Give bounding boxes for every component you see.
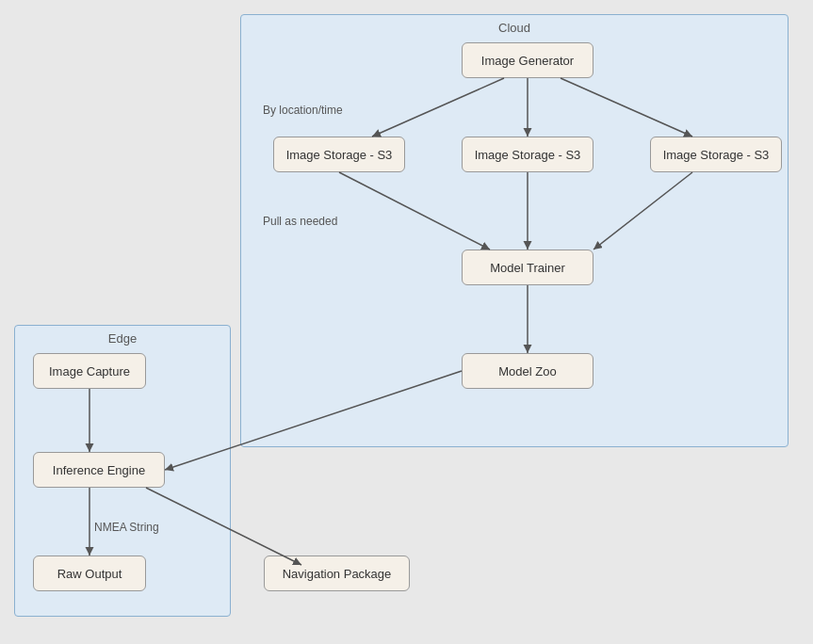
nmea-string-label: NMEA String [94,521,159,534]
edge-label: Edge [108,331,137,346]
pull-as-needed-label: Pull as needed [263,215,337,228]
image-capture-node: Image Capture [33,353,146,389]
model-zoo-node: Model Zoo [462,353,593,389]
diagram: Cloud Edge Image Generator Image Storage… [0,0,813,644]
raw-output-node: Raw Output [33,555,146,591]
by-location-time-label: By location/time [263,104,343,117]
cloud-label: Cloud [498,21,530,35]
image-storage-3-node: Image Storage - S3 [650,137,782,172]
model-trainer-node: Model Trainer [462,250,593,285]
image-storage-1-node: Image Storage - S3 [273,137,405,172]
image-generator-node: Image Generator [462,42,593,78]
inference-engine-node: Inference Engine [33,452,165,488]
image-storage-2-node: Image Storage - S3 [462,137,593,172]
navigation-package-node: Navigation Package [264,555,410,591]
